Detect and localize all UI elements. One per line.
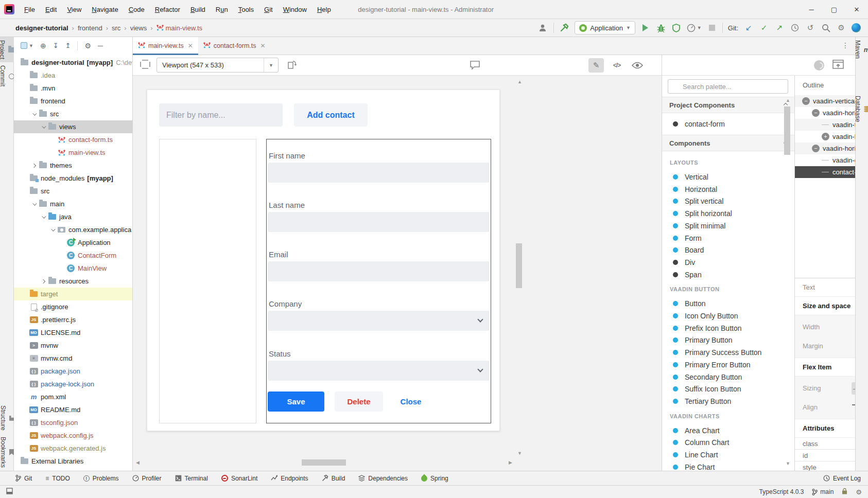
menu-code[interactable]: Code (124, 4, 149, 15)
menu-help[interactable]: Help (313, 4, 336, 15)
tool-window-button-problems[interactable]: !Problems (83, 475, 119, 482)
close-button[interactable]: ✕ (845, 0, 868, 19)
minimize-button[interactable]: ─ (800, 0, 823, 19)
form-field-company[interactable]: Company (268, 299, 490, 331)
tree-item-readme.md[interactable]: MDREADME.md (14, 403, 132, 416)
delete-button[interactable]: Delete (335, 392, 383, 412)
vertical-scrollbar[interactable] (516, 243, 522, 288)
breadcrumb-item[interactable]: views (130, 24, 147, 32)
project-view-select[interactable]: ▼ (21, 42, 33, 49)
tree-item-.gitignore[interactable]: .gitignore (14, 300, 132, 313)
tree-item-com.example.applica[interactable]: com.example.applica (14, 223, 132, 236)
tree-item-main-view.ts[interactable]: main-view.ts (14, 146, 132, 159)
run-configuration-select[interactable]: Application ▼ (575, 21, 635, 34)
tree-item-webpack.generated.js[interactable]: JSwebpack.generated.js (14, 442, 132, 455)
collapse-all-icon[interactable]: ↥ (65, 42, 71, 49)
components-header[interactable]: Components (662, 135, 794, 151)
scroll-up-icon[interactable]: ▲ (786, 98, 790, 103)
tool-window-button-profiler[interactable]: Profiler (132, 475, 162, 482)
tool-window-button-endpoints[interactable]: Endpoints (271, 475, 308, 482)
palette-item-line-chart[interactable]: Line Chart (662, 449, 794, 461)
comment-bubble-icon[interactable] (470, 60, 480, 72)
palette-item-split-minimal[interactable]: Split minimal (662, 220, 794, 232)
project-settings-gear-icon[interactable]: ⚙ (84, 42, 91, 50)
tree-item-mvnw[interactable]: >mvnw (14, 339, 132, 352)
tool-window-button-todo[interactable]: ≡TODO (45, 475, 70, 482)
debug-button[interactable] (656, 22, 666, 33)
form-field-first-name[interactable]: First name (268, 151, 490, 183)
palette-item-icon-only-button[interactable]: Icon Only Button (662, 310, 794, 322)
run-button[interactable] (640, 22, 651, 33)
hide-panel-icon[interactable]: ─ (98, 42, 103, 50)
collapse-node-icon[interactable]: − (812, 109, 820, 117)
palette-item-vertical[interactable]: Vertical (662, 171, 794, 183)
tree-item-node-modules[interactable]: node_modules[myapp] (14, 172, 132, 185)
git-branch-widget[interactable]: main (812, 488, 834, 495)
scroll-down-icon[interactable]: ▼ (786, 461, 790, 466)
menu-git[interactable]: Git (259, 4, 277, 15)
palette-item-area-chart[interactable]: Area Chart (662, 424, 794, 437)
tree-item-views[interactable]: views (14, 120, 132, 133)
tree-item-main[interactable]: main (14, 198, 132, 210)
git-update-icon[interactable]: ↙ (743, 22, 754, 33)
tree-item-external-libraries[interactable]: External Libraries (14, 455, 132, 468)
tree-item-contact-form.ts[interactable]: contact-form.ts (14, 133, 132, 146)
expand-all-icon[interactable]: ↧ (53, 42, 59, 49)
tree-item-pom.xml[interactable]: mpom.xml (14, 390, 132, 403)
tree-item-package-lock.json[interactable]: { }package-lock.json (14, 378, 132, 390)
form-field-email[interactable]: Email (268, 250, 490, 281)
main-view-root[interactable]: Add contact First nameLast nameEmailComp… (147, 90, 500, 431)
palette-item-button[interactable]: Button (662, 297, 794, 310)
menu-tools[interactable]: Tools (234, 4, 258, 15)
tool-window-button-dependencies[interactable]: Dependencies (358, 475, 408, 482)
palette-item-split-horizontal[interactable]: Split horizontal (662, 207, 794, 220)
tool-window-toggle-icon[interactable] (6, 488, 13, 496)
tree-item-application[interactable]: CApplication (14, 236, 132, 249)
palette-item-form[interactable]: Form (662, 232, 794, 244)
palette-item-secondary-button[interactable]: Secondary Button (662, 371, 794, 383)
select-input[interactable] (268, 311, 490, 331)
tool-window-button-git[interactable]: Git (15, 475, 32, 482)
expand-node-icon[interactable]: + (822, 133, 829, 140)
code-mode-icon[interactable]: </> (609, 58, 624, 73)
select-input[interactable] (268, 361, 490, 381)
menu-edit[interactable]: Edit (41, 4, 61, 15)
viewport-size-select[interactable]: Viewport (547 x 533) ▼ (157, 58, 279, 73)
build-hammer-icon[interactable] (559, 22, 569, 33)
tree-item-tsconfig.json[interactable]: { }tsconfig.json (14, 416, 132, 429)
tree-item-mainview[interactable]: CMainView (14, 262, 132, 275)
tree-item-frontend[interactable]: frontend (14, 95, 132, 108)
palette-item-primary-success-button[interactable]: Primary Success Button (662, 346, 794, 359)
git-rollback-icon[interactable]: ↺ (805, 22, 815, 33)
git-history-icon[interactable] (790, 22, 800, 33)
tree-item-.mvn[interactable]: .mvn (14, 82, 132, 95)
git-push-icon[interactable]: ↗ (774, 22, 785, 33)
chevron-down-icon[interactable] (31, 203, 37, 206)
open-in-browser-icon[interactable] (832, 59, 844, 71)
tool-window-button-terminal[interactable]: Terminal (175, 475, 208, 482)
tree-item-license.md[interactable]: MDLICENSE.md (14, 326, 132, 339)
chevron-down-icon[interactable] (40, 216, 46, 219)
save-button[interactable]: Save (268, 392, 324, 412)
tree-item-target[interactable]: target (14, 288, 132, 300)
tab-main-view[interactable]: main-view.ts ✕ (133, 37, 198, 55)
contact-form-component[interactable]: First nameLast nameEmailCompanyStatus Sa… (266, 139, 491, 423)
run-with-coverage-button[interactable] (671, 22, 682, 33)
chevron-right-icon[interactable] (40, 280, 46, 283)
tab-contact-form[interactable]: contact-form.ts ✕ (198, 37, 271, 55)
text-input[interactable] (268, 163, 490, 183)
tool-stripe-project[interactable]: Project (0, 37, 15, 62)
chevron-right-icon[interactable] (31, 164, 37, 167)
tool-window-button-build[interactable]: Build (322, 475, 345, 482)
lock-icon[interactable] (842, 488, 847, 496)
filter-text-field[interactable] (159, 103, 283, 127)
tool-window-button-spring[interactable]: Spring (421, 475, 448, 482)
settings-gear-icon[interactable]: ⚙ (836, 22, 846, 33)
palette-item-split-vertical[interactable]: Split vertical (662, 195, 794, 207)
palette-item-prefix-icon-button[interactable]: Prefix Icon Button (662, 322, 794, 334)
tool-stripe-commit[interactable]: Commit (0, 62, 14, 90)
tree-item-themes[interactable]: themes (14, 159, 132, 172)
palette-item-primary-button[interactable]: Primary Button (662, 334, 794, 346)
scroll-down-icon[interactable]: ▼ (517, 451, 522, 456)
text-input[interactable] (268, 212, 490, 232)
